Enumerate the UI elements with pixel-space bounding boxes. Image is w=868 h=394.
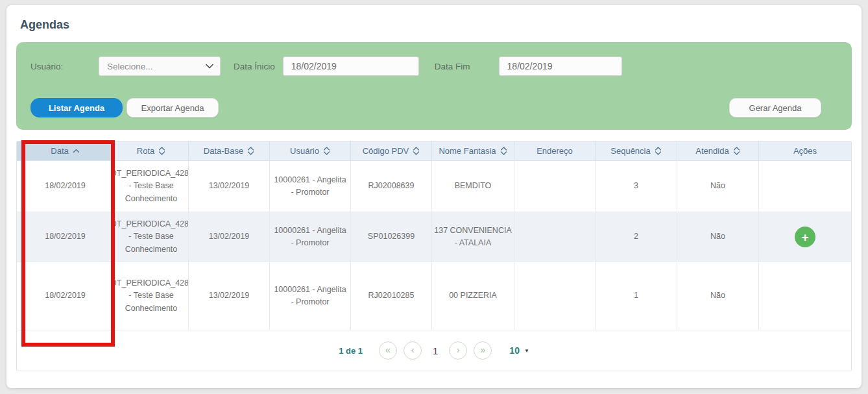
column-label: Endereço — [536, 146, 573, 156]
cell-data-base: 13/02/2019 — [189, 212, 270, 262]
current-page: 1 — [433, 345, 438, 356]
date-start-input[interactable] — [283, 56, 419, 76]
sort-icon — [158, 147, 165, 155]
column-label: Atendida — [695, 146, 729, 156]
cell-nome-fantasia: 137 CONVENIENCIA - ATALAIA — [432, 212, 514, 262]
add-action-button[interactable]: + — [795, 227, 815, 247]
cell-atendida: Não — [677, 212, 759, 262]
sort-icon — [323, 147, 330, 155]
column-header-atendida[interactable]: Atendida — [677, 142, 759, 161]
table-body: 18/02/2019ROT_PERIODICA_4285_ - Teste Ba… — [17, 161, 851, 330]
column-header-sequencia[interactable]: Sequência — [596, 142, 677, 161]
column-header-data[interactable]: Data — [17, 142, 114, 161]
cell-usuario: 10000261 - Angelita - Promotor — [270, 212, 351, 262]
cell-usuario: 10000261 - Angelita - Promotor — [270, 262, 351, 330]
cell-atendida: Não — [677, 161, 759, 212]
caret-down-icon: ▼ — [524, 348, 529, 354]
cell-data: 18/02/2019 — [17, 212, 114, 262]
cell-endereco — [514, 212, 596, 262]
cell-data-base: 13/02/2019 — [189, 161, 270, 212]
cell-data: 18/02/2019 — [17, 161, 114, 212]
cell-sequencia: 2 — [596, 212, 677, 262]
gerar-agenda-button[interactable]: Gerar Agenda — [729, 98, 821, 117]
cell-endereco — [514, 161, 596, 212]
cell-nome-fantasia: 00 PIZZERIA — [432, 262, 514, 330]
pagination: 1 de 1 « ‹ 1 › » 10 ▼ — [17, 330, 851, 371]
column-header-rota[interactable]: Rota — [114, 142, 189, 161]
first-page-button[interactable]: « — [379, 341, 397, 360]
last-page-button[interactable]: » — [474, 341, 492, 360]
date-start-label: Data Ínicio — [234, 62, 275, 71]
page-size-select[interactable]: 10 ▼ — [509, 345, 529, 356]
cell-codigo-pdv: RJ02008639 — [351, 161, 432, 212]
table-row: 18/02/2019ROT_PERIODICA_4285_ - Teste Ba… — [17, 262, 851, 330]
cell-acoes — [759, 262, 851, 330]
column-header-nome-fantasia[interactable]: Nome Fantasia — [432, 142, 514, 161]
cell-sequencia: 3 — [596, 161, 677, 212]
pagination-summary: 1 de 1 — [339, 346, 363, 356]
column-header-acoes: Ações — [759, 142, 851, 161]
column-header-data-base[interactable]: Data-Base — [189, 142, 270, 161]
sort-icon — [247, 147, 254, 155]
date-end-label: Data Fim — [435, 62, 470, 71]
column-label: Rota — [137, 146, 154, 156]
user-select-value: Selecione... — [107, 62, 153, 71]
user-select[interactable]: Selecione... — [99, 56, 221, 76]
cell-codigo-pdv: SP01026399 — [351, 212, 432, 262]
agendas-card: Agendas Usuário: Selecione... Data Ínici… — [6, 5, 862, 388]
column-header-codigo-pdv[interactable]: Código PDV — [351, 142, 432, 161]
table-row: 18/02/2019ROT_PERIODICA_4285_ - Teste Ba… — [17, 212, 851, 262]
column-label: Data — [51, 146, 68, 156]
column-label: Sequência — [610, 146, 650, 156]
cell-usuario: 10000261 - Angelita - Promotor — [270, 161, 351, 212]
exportar-agenda-button[interactable]: Exportar Agenda — [127, 98, 219, 117]
next-page-button[interactable]: › — [449, 341, 467, 360]
page-title: Agendas — [20, 18, 852, 32]
date-end-input[interactable] — [499, 56, 622, 76]
sort-icon — [500, 147, 507, 155]
cell-atendida: Não — [677, 262, 759, 330]
cell-data-base: 13/02/2019 — [189, 262, 270, 330]
sort-icon — [733, 147, 740, 155]
cell-rota: ROT_PERIODICA_4285_ - Teste Base Conheci… — [114, 161, 189, 212]
cell-rota: ROT_PERIODICA_4285_ - Teste Base Conheci… — [114, 212, 189, 262]
prev-page-button[interactable]: ‹ — [404, 341, 422, 360]
column-label: Data-Base — [204, 146, 243, 156]
cell-acoes — [759, 161, 851, 212]
page-size-value: 10 — [509, 345, 520, 356]
cell-sequencia: 1 — [596, 262, 677, 330]
user-label: Usuário: — [30, 62, 99, 71]
table-row: 18/02/2019ROT_PERIODICA_4285_ - Teste Ba… — [17, 161, 851, 212]
plus-icon: + — [801, 231, 808, 243]
cell-acoes: + — [759, 212, 851, 262]
cell-data: 18/02/2019 — [17, 262, 114, 330]
filter-buttons-row: Listar Agenda Exportar Agenda Gerar Agen… — [30, 98, 838, 117]
sort-icon — [413, 147, 420, 155]
column-header-usuario[interactable]: Usuário — [270, 142, 351, 161]
agenda-table: DataRotaData-BaseUsuárioCódigo PDVNome F… — [16, 141, 852, 371]
sort-asc-icon — [73, 149, 80, 153]
column-label: Código PDV — [363, 146, 409, 156]
table-header-row: DataRotaData-BaseUsuárioCódigo PDVNome F… — [17, 142, 851, 161]
chevron-down-icon — [206, 64, 213, 69]
sort-icon — [655, 147, 662, 155]
column-label: Ações — [793, 146, 817, 156]
column-header-endereco: Endereço — [514, 142, 596, 161]
cell-rota: ROT_PERIODICA_4285_ - Teste Base Conheci… — [114, 262, 189, 330]
cell-nome-fantasia: BEMDITO — [432, 161, 514, 212]
filter-panel: Usuário: Selecione... Data Ínicio Data F… — [16, 42, 852, 130]
filter-row: Usuário: Selecione... Data Ínicio Data F… — [30, 56, 838, 76]
column-label: Usuário — [290, 146, 319, 156]
listar-agenda-button[interactable]: Listar Agenda — [30, 98, 123, 117]
cell-codigo-pdv: RJ02010285 — [351, 262, 432, 330]
column-label: Nome Fantasia — [439, 146, 496, 156]
cell-endereco — [514, 262, 596, 330]
